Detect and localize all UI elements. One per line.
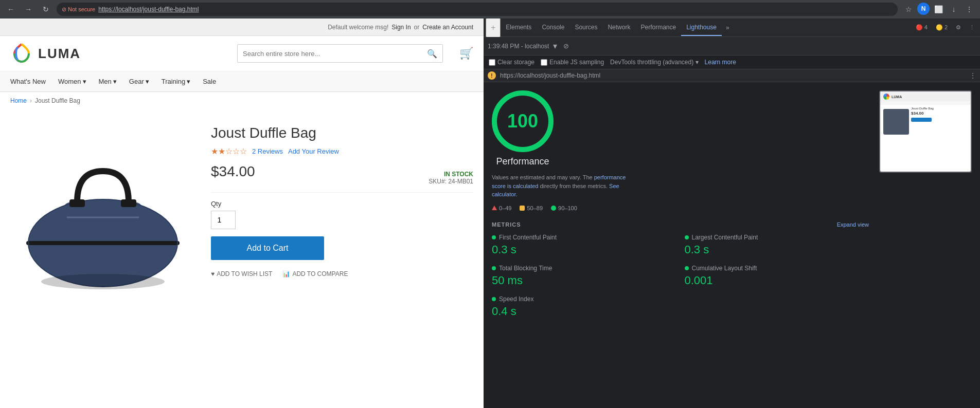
qty-label: Qty bbox=[211, 200, 473, 208]
warning-badge: 🟡 2 bbox=[933, 22, 951, 33]
mini-bag-image bbox=[883, 109, 909, 135]
search-bar[interactable]: 🔍 bbox=[237, 44, 443, 63]
more-actions-icon[interactable]: ⋮ bbox=[966, 22, 978, 33]
chevron-down-icon: ▾ bbox=[83, 78, 86, 85]
mini-logo-text: LUMA bbox=[892, 95, 902, 99]
add-to-wishlist-button[interactable]: ♥ ADD TO WISH LIST bbox=[211, 270, 272, 277]
product-area: Joust Duffle Bag ★★☆☆☆ 2 Reviews Add You… bbox=[0, 109, 484, 346]
download-button[interactable]: ↓ bbox=[947, 3, 960, 16]
luma-logo-icon bbox=[10, 42, 33, 65]
nav-item-men[interactable]: Men ▾ bbox=[99, 73, 117, 89]
search-input[interactable] bbox=[243, 50, 423, 58]
create-account-link[interactable]: Create an Account bbox=[422, 24, 473, 31]
metric-lcp-value: 0.3 s bbox=[685, 243, 869, 256]
devtools-tab-overflow[interactable]: » bbox=[722, 20, 734, 35]
metric-lcp: Largest Contentful Paint 0.3 s bbox=[685, 234, 869, 256]
devtools-tab-performance[interactable]: Performance bbox=[635, 20, 681, 36]
add-to-compare-button[interactable]: 📊 ADD TO COMPARE bbox=[282, 270, 348, 277]
toolbar-clear-button[interactable]: ⊘ bbox=[561, 40, 571, 52]
logo-text: LUMA bbox=[38, 46, 81, 62]
add-review-link[interactable]: Add Your Review bbox=[288, 147, 339, 155]
refresh-button[interactable]: ↻ bbox=[39, 3, 52, 16]
nav-item-whats-new[interactable]: What's New bbox=[10, 73, 46, 89]
product-bag-image bbox=[15, 130, 190, 325]
back-button[interactable]: ← bbox=[4, 3, 17, 16]
product-title: Joust Duffle Bag bbox=[211, 125, 473, 141]
devtools-tab-network[interactable]: Network bbox=[602, 20, 635, 36]
stock-sku: IN STOCK SKU#: 24-MB01 bbox=[429, 171, 473, 185]
nav-item-gear[interactable]: Gear ▾ bbox=[129, 73, 149, 89]
score-circle-container: 100 Performance bbox=[492, 90, 554, 167]
or-text: or bbox=[414, 24, 420, 31]
browser-chrome: ← → ↻ ⊘ Not secure https://localhost/jou… bbox=[0, 0, 980, 18]
lock-icon: ⊘ bbox=[62, 6, 66, 13]
clear-storage-checkbox[interactable]: Clear storage bbox=[489, 59, 534, 66]
devtools-tab-console[interactable]: Console bbox=[537, 20, 569, 36]
mini-product-content: Joust Duffle Bag $34.00 bbox=[880, 105, 971, 172]
website-area: Default welcome msg! Sign In or Create a… bbox=[0, 18, 484, 408]
score-description: Values are estimated and may vary. The p… bbox=[492, 173, 636, 199]
breadcrumb-separator: › bbox=[30, 97, 32, 104]
breadcrumb-home[interactable]: Home bbox=[10, 97, 27, 104]
score-legend: 0–49 50–89 90–100 bbox=[492, 205, 577, 211]
throttling-dropdown-icon: ▾ bbox=[696, 59, 699, 66]
address-bar[interactable]: ⊘ Not secure https://localhost/joust-duf… bbox=[57, 3, 898, 16]
metric-cls-value: 0.001 bbox=[685, 274, 869, 287]
metric-tbt-value: 50 ms bbox=[492, 274, 676, 287]
qty-input[interactable] bbox=[211, 211, 236, 229]
devtools-tab-elements[interactable]: Elements bbox=[501, 20, 537, 36]
product-details: Joust Duffle Bag ★★☆☆☆ 2 Reviews Add You… bbox=[211, 120, 473, 336]
expand-view-button[interactable]: Expand view bbox=[837, 221, 869, 228]
heart-icon: ♥ bbox=[211, 270, 215, 277]
toolbar-dropdown-icon[interactable]: ▾ bbox=[553, 41, 557, 51]
browser-actions: ☆ N ⬜ ↓ ⋮ bbox=[902, 3, 976, 16]
cart-icon: 🛒 bbox=[459, 47, 473, 60]
mini-add-to-cart bbox=[911, 118, 932, 122]
perf-score-section: 100 Performance Values are estimated and… bbox=[492, 90, 869, 400]
nav-item-sale[interactable]: Sale bbox=[203, 73, 216, 89]
more-button[interactable]: ⋮ bbox=[963, 3, 976, 16]
chevron-down-icon: ▾ bbox=[146, 78, 149, 85]
metrics-header: METRICS Expand view bbox=[492, 221, 869, 228]
main-layout: Default welcome msg! Sign In or Create a… bbox=[0, 18, 980, 408]
devtools-new-tab-button[interactable]: + bbox=[486, 18, 501, 38]
devtools-content: 100 Performance Values are estimated and… bbox=[484, 82, 980, 408]
forward-button[interactable]: → bbox=[22, 3, 35, 16]
not-secure-indicator: ⊘ Not secure bbox=[62, 6, 95, 13]
logo-area[interactable]: LUMA bbox=[10, 42, 81, 65]
metrics-title: METRICS bbox=[492, 221, 521, 228]
signin-link[interactable]: Sign In bbox=[391, 24, 411, 31]
price-row: $34.00 IN STOCK SKU#: 24-MB01 bbox=[211, 163, 473, 193]
add-to-cart-button[interactable]: Add to Cart bbox=[211, 236, 324, 260]
enable-js-sampling-checkbox[interactable]: Enable JS sampling bbox=[541, 59, 604, 66]
nav-item-training[interactable]: Training ▾ bbox=[162, 73, 190, 89]
wishlist-compare: ♥ ADD TO WISH LIST 📊 ADD TO COMPARE bbox=[211, 270, 473, 277]
devtools-more-button[interactable]: ⋮ bbox=[970, 72, 976, 79]
breadcrumb: Home › Joust Duffle Bag bbox=[0, 92, 484, 109]
screenshot-frame: LUMA Joust Duffle Bag $34.00 bbox=[879, 90, 972, 173]
devtools-tab-lighthouse[interactable]: Lighthouse bbox=[681, 20, 722, 36]
extensions-button[interactable]: ⬜ bbox=[932, 3, 945, 16]
review-count[interactable]: 2 Reviews bbox=[252, 147, 283, 155]
metric-fcp-value: 0.3 s bbox=[492, 243, 676, 256]
cart-button[interactable]: 🛒 bbox=[459, 47, 473, 60]
devtools-url: https://localhost/joust-duffle-bag.html bbox=[500, 72, 600, 79]
metric-cls: Cumulative Layout Shift 0.001 bbox=[685, 265, 869, 287]
settings-icon[interactable]: ⚙ bbox=[953, 22, 964, 33]
screenshot-mini-content: LUMA Joust Duffle Bag $34.00 bbox=[880, 91, 971, 172]
metric-tbt: Total Blocking Time 50 ms bbox=[492, 265, 676, 287]
mini-product-price: $34.00 bbox=[911, 111, 968, 116]
metrics-section: METRICS Expand view First Contentful Pai… bbox=[492, 221, 869, 318]
breadcrumb-current: Joust Duffle Bag bbox=[35, 97, 80, 104]
nav-item-women[interactable]: Women ▾ bbox=[58, 73, 86, 89]
screenshot-preview: LUMA Joust Duffle Bag $34.00 bbox=[879, 90, 972, 400]
chevron-down-icon: ▾ bbox=[187, 78, 190, 85]
bookmark-button[interactable]: ☆ bbox=[902, 3, 915, 16]
site-header: LUMA 🔍 🛒 bbox=[0, 36, 484, 71]
profile-button[interactable]: N bbox=[917, 3, 930, 15]
learn-more-link[interactable]: Learn more bbox=[705, 59, 736, 66]
devtools-tab-sources[interactable]: Sources bbox=[569, 20, 602, 36]
metric-si: Speed Index 0.4 s bbox=[492, 295, 676, 318]
devtools-options: Clear storage Enable JS sampling DevTool… bbox=[484, 55, 980, 69]
throttling-select[interactable]: DevTools throttling (advanced) ▾ bbox=[610, 59, 698, 66]
